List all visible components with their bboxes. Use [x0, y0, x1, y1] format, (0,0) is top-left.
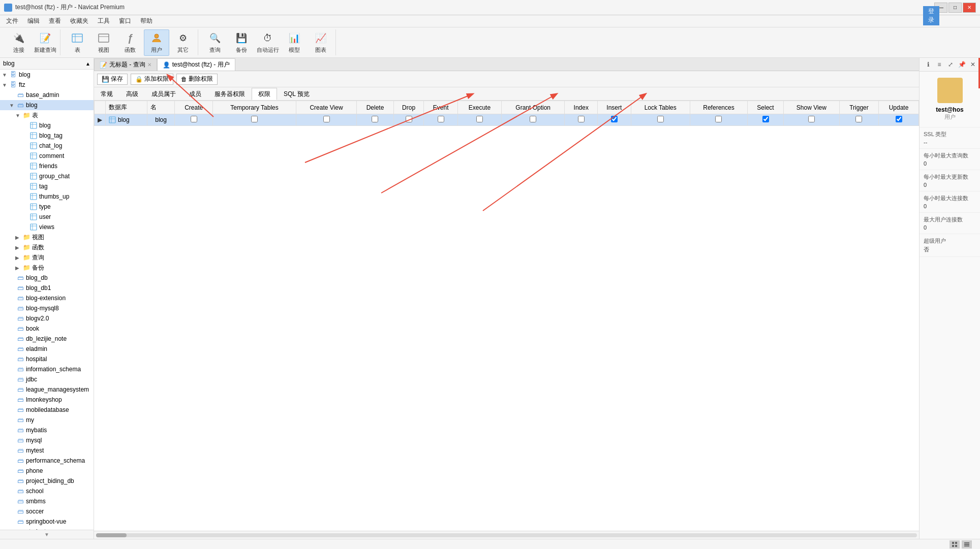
maximize-button[interactable]: □	[948, 3, 962, 13]
checkbox-update[interactable]	[896, 116, 902, 122]
checkbox-trigger[interactable]	[855, 116, 862, 122]
sidebar-scroll-up[interactable]: ▲	[85, 61, 90, 67]
cell-update[interactable]	[879, 114, 919, 126]
col-name[interactable]: 名	[147, 101, 174, 114]
status-grid-view-button[interactable]	[950, 540, 960, 548]
sidebar-item-information-schema[interactable]: 🗃 information_schema	[0, 364, 94, 374]
cell-index[interactable]	[565, 114, 598, 126]
sidebar-item-blog-mysql8[interactable]: 🗃 blog-mysql8	[0, 303, 94, 313]
col-update[interactable]: Update	[879, 101, 919, 114]
toolbar-user-button[interactable]: 用户	[144, 29, 169, 56]
sidebar-item-tag[interactable]: tag	[0, 181, 94, 191]
sidebar-item-queries-folder[interactable]: ▶ 📁 查询	[0, 252, 94, 263]
cell-show-view[interactable]	[783, 114, 839, 126]
cell-delete[interactable]	[357, 114, 394, 126]
nav-tab-members[interactable]: 成员	[182, 88, 208, 100]
col-references[interactable]: References	[690, 101, 747, 114]
menu-file[interactable]: 文件	[2, 16, 22, 26]
sidebar-item-blog-table[interactable]: blog	[0, 120, 94, 131]
checkbox-grant-option[interactable]	[530, 116, 536, 122]
checkbox-create-view[interactable]	[323, 116, 330, 122]
sidebar-item-blogv2[interactable]: 🗃 blogv2.0	[0, 313, 94, 324]
sidebar-item-mybatis[interactable]: 🗃 mybatis	[0, 425, 94, 435]
sidebar-item-smbms[interactable]: 🗃 smbms	[0, 496, 94, 506]
rp-close-icon[interactable]: ✕	[968, 59, 978, 70]
sidebar-item-performance-schema[interactable]: 🗃 performance_schema	[0, 456, 94, 466]
tab-query[interactable]: 📝 无标题 - 查询 ✕	[94, 58, 157, 71]
rp-pin-icon[interactable]: 📌	[957, 59, 967, 70]
cell-references[interactable]	[690, 114, 747, 126]
sidebar-item-eladmin[interactable]: 🗃 eladmin	[0, 344, 94, 354]
sidebar-item-school[interactable]: 🗃 school	[0, 486, 94, 496]
col-trigger[interactable]: Trigger	[839, 101, 878, 114]
add-permission-button[interactable]: 🔒 添加权限	[131, 74, 173, 85]
sidebar-item-jdbc[interactable]: 🗃 jdbc	[0, 374, 94, 384]
cell-execute[interactable]	[457, 114, 501, 126]
toolbar-function-button[interactable]: ƒ 函数	[117, 29, 143, 56]
cell-temp-tables[interactable]	[213, 114, 296, 126]
checkbox-create[interactable]	[191, 116, 197, 122]
checkbox-drop[interactable]	[406, 116, 412, 122]
checkbox-event[interactable]	[438, 116, 444, 122]
col-index[interactable]: Index	[565, 101, 598, 114]
checkbox-insert[interactable]	[611, 116, 618, 122]
sidebar-item-blog[interactable]: ▼ 🗃 blog	[0, 100, 94, 110]
checkbox-index[interactable]	[578, 116, 585, 122]
sidebar-item-project-biding[interactable]: 🗃 project_biding_db	[0, 476, 94, 486]
sidebar-item-type[interactable]: type	[0, 202, 94, 212]
sidebar-item-views[interactable]: views	[0, 222, 94, 232]
sidebar-item-soccer[interactable]: 🗃 soccer	[0, 506, 94, 516]
menu-window[interactable]: 窗口	[115, 16, 135, 26]
rp-info-icon[interactable]: ℹ	[923, 59, 933, 70]
sidebar-item-lmonkeyshop[interactable]: 🗃 lmonkeyshop	[0, 395, 94, 405]
nav-tab-server-perms[interactable]: 服务器权限	[208, 88, 252, 100]
col-select[interactable]: Select	[748, 101, 784, 114]
sidebar-item-blog-tag[interactable]: blog_tag	[0, 131, 94, 141]
sidebar-item-comment[interactable]: comment	[0, 151, 94, 161]
checkbox-show-view[interactable]	[808, 116, 815, 122]
sidebar-item-thumbs-up[interactable]: thumbs_up	[0, 191, 94, 202]
sidebar-item-user[interactable]: user	[0, 212, 94, 222]
col-create-view[interactable]: Create View	[296, 101, 356, 114]
menu-view[interactable]: 查看	[45, 16, 65, 26]
col-temp-tables[interactable]: Temporary Tables	[213, 101, 296, 114]
checkbox-temp-tables[interactable]	[251, 116, 258, 122]
rp-expand-icon[interactable]: ⤢	[945, 59, 956, 70]
sidebar-item-tables-folder[interactable]: ▼ 📁 表	[0, 110, 94, 120]
toolbar-new-query-button[interactable]: 📝 新建查询	[33, 29, 58, 56]
col-event[interactable]: Event	[424, 101, 458, 114]
remove-permission-button[interactable]: 🗑 删除权限	[176, 74, 218, 85]
sidebar-item-hospital[interactable]: 🗃 hospital	[0, 354, 94, 364]
sidebar-item-springboot-vue[interactable]: 🗃 springboot-vue	[0, 516, 94, 527]
close-button[interactable]: ✕	[963, 3, 976, 13]
checkbox-lock-tables[interactable]	[657, 116, 664, 122]
col-grant-option[interactable]: Grant Option	[501, 101, 565, 114]
checkbox-delete[interactable]	[372, 116, 378, 122]
login-button[interactable]: 登录	[923, 6, 939, 25]
table-row[interactable]: ▶ blog blog	[95, 114, 919, 126]
toolbar-model-button[interactable]: 📊 模型	[282, 29, 307, 56]
menu-tools[interactable]: 工具	[94, 16, 114, 26]
cell-insert[interactable]	[598, 114, 631, 126]
cell-drop[interactable]	[393, 114, 423, 126]
sidebar-item-mytest[interactable]: 🗃 mytest	[0, 445, 94, 456]
tab-query-close[interactable]: ✕	[147, 62, 151, 68]
col-database[interactable]: 数据库	[106, 101, 147, 114]
sidebar-item-views-folder[interactable]: ▶ 📁 视图	[0, 232, 94, 242]
sidebar-item-my[interactable]: 🗃 my	[0, 415, 94, 425]
col-lock-tables[interactable]: Lock Tables	[631, 101, 690, 114]
sidebar-item-ftz[interactable]: ▼ 🗄 ftz	[0, 80, 94, 90]
col-execute[interactable]: Execute	[457, 101, 501, 114]
toolbar-other-button[interactable]: ⚙ 其它	[170, 29, 196, 56]
rp-list-icon[interactable]: ≡	[934, 59, 944, 70]
sidebar-item-friends[interactable]: friends	[0, 161, 94, 171]
col-show-view[interactable]: Show View	[783, 101, 839, 114]
cell-create-view[interactable]	[296, 114, 356, 126]
toolbar-table-button[interactable]: 表	[65, 29, 90, 56]
sidebar-item-phone[interactable]: 🗃 phone	[0, 466, 94, 476]
col-delete[interactable]: Delete	[357, 101, 394, 114]
toolbar-query-button[interactable]: 🔍 查询	[202, 29, 228, 56]
cell-create[interactable]	[175, 114, 213, 126]
sidebar-item-blog-db1[interactable]: 🗃 blog_db1	[0, 283, 94, 293]
cell-trigger[interactable]	[839, 114, 878, 126]
